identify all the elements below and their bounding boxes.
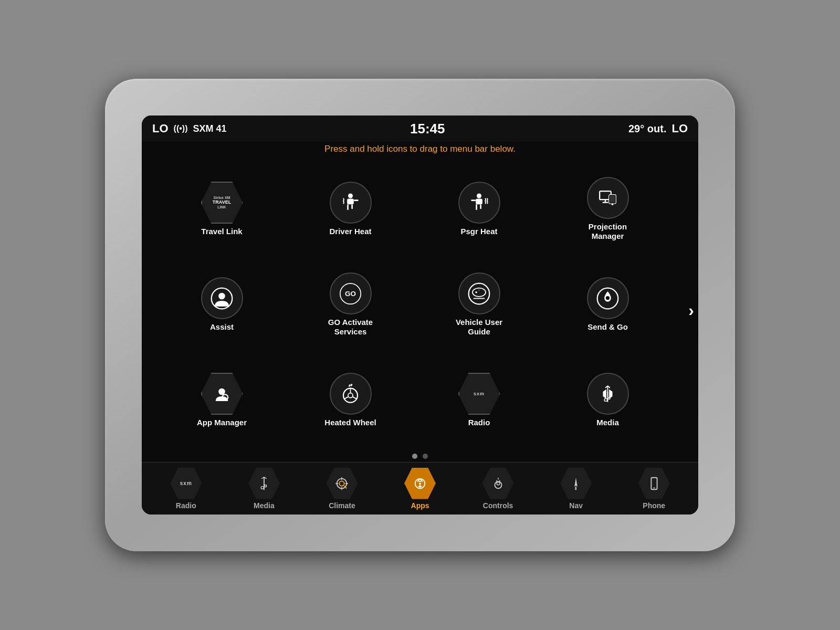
- psgr-heat-icon: [467, 191, 491, 215]
- pagination: [152, 450, 688, 462]
- svg-rect-42: [265, 485, 267, 487]
- assist-icon: [210, 287, 234, 310]
- main-content: › Sirius XM TRAVEL LINK Travel Link: [142, 159, 698, 462]
- time-display: 15:45: [410, 121, 445, 137]
- radio-icon: sxm: [474, 391, 485, 396]
- nav-nav[interactable]: S Nav: [537, 468, 615, 510]
- svg-point-32: [348, 393, 353, 397]
- send-go-icon: [596, 287, 620, 310]
- nav-nav-label: Nav: [569, 501, 583, 510]
- heated-wheel-label: Heated Wheel: [324, 418, 376, 427]
- nav-climate-label: Climate: [329, 501, 355, 510]
- svg-text:S: S: [574, 487, 577, 490]
- driver-heat-icon: [339, 191, 362, 215]
- nav-radio-hex: sxm: [170, 468, 202, 499]
- nav-apps-icon: [413, 476, 427, 491]
- nav-phone-hex: [638, 468, 670, 499]
- nav-climate-hex: [326, 468, 358, 499]
- wifi-icon: ((•)): [174, 124, 188, 133]
- app-heated-wheel[interactable]: Heated Wheel: [286, 352, 415, 448]
- next-arrow[interactable]: ›: [684, 296, 698, 326]
- app-manager-icon: ↑: [210, 382, 234, 406]
- nav-phone[interactable]: Phone: [615, 468, 693, 510]
- psgr-heat-icon-wrap: [458, 182, 500, 224]
- svg-rect-15: [610, 196, 615, 203]
- heated-wheel-icon: [339, 382, 362, 406]
- status-bar: LO ((•)) SXM 41 15:45 29° out. LO: [142, 116, 698, 142]
- vehicle-guide-icon: !: [467, 282, 491, 306]
- app-travel-link[interactable]: Sirius XM TRAVEL LINK Travel Link: [158, 161, 286, 257]
- nav-radio[interactable]: sxm Radio: [147, 468, 225, 510]
- temperature: 29° out.: [628, 123, 666, 135]
- svg-point-44: [340, 481, 344, 486]
- svg-point-51: [419, 482, 421, 485]
- svg-rect-6: [476, 198, 482, 204]
- svg-text:GO: GO: [345, 290, 356, 298]
- travel-link-label: Travel Link: [201, 227, 242, 236]
- hint-bar: Press and hold icons to drag to menu bar…: [142, 142, 698, 159]
- nav-nav-icon: S: [569, 476, 583, 491]
- outer-bezel: LO ((•)) SXM 41 15:45 29° out. LO Press …: [105, 79, 735, 551]
- nav-phone-label: Phone: [643, 501, 665, 510]
- app-go-activate[interactable]: GO GO ActivateServices: [286, 257, 415, 352]
- svg-rect-39: [608, 397, 610, 399]
- app-manager[interactable]: ↑ App Manager: [158, 352, 286, 448]
- app-media[interactable]: Media: [543, 352, 672, 448]
- app-manager-label: App Manager: [197, 418, 247, 427]
- media-icon-wrap: [587, 373, 629, 415]
- app-manager-icon-wrap: ↑: [201, 373, 243, 415]
- travel-link-icon-wrap: Sirius XM TRAVEL LINK: [201, 182, 243, 224]
- app-psgr-heat[interactable]: Psgr Heat: [415, 161, 543, 257]
- vehicle-guide-label: Vehicle UserGuide: [456, 318, 502, 337]
- svg-rect-4: [351, 204, 353, 209]
- nav-radio-icon: sxm: [180, 480, 192, 486]
- nav-apps[interactable]: Apps: [381, 468, 459, 510]
- app-assist[interactable]: Assist: [158, 257, 286, 352]
- projection-icon: [596, 186, 620, 210]
- media-icon: [596, 382, 620, 406]
- heated-wheel-icon-wrap: [330, 373, 372, 415]
- svg-point-55: [497, 482, 500, 485]
- travel-link-icon: Sirius XM TRAVEL LINK: [213, 196, 231, 209]
- app-radio[interactable]: sxm Radio: [415, 352, 543, 448]
- assist-label: Assist: [210, 322, 234, 332]
- projection-icon-wrap: [587, 177, 629, 219]
- nav-media-label: Media: [254, 501, 275, 510]
- pagination-dot-1: [412, 454, 417, 459]
- nav-controls-icon: [491, 476, 506, 491]
- status-left: LO ((•)) SXM 41: [152, 122, 227, 135]
- svg-point-5: [477, 193, 481, 198]
- app-driver-heat[interactable]: Driver Heat: [286, 161, 415, 257]
- radio-label: SXM 41: [193, 123, 226, 134]
- app-send-go[interactable]: Send & Go: [543, 257, 672, 352]
- svg-point-28: [218, 388, 225, 395]
- nav-apps-label: Apps: [411, 501, 429, 510]
- nav-radio-label: Radio: [176, 501, 196, 510]
- svg-point-0: [348, 193, 353, 198]
- svg-rect-1: [347, 198, 354, 204]
- svg-point-18: [218, 292, 225, 299]
- svg-rect-38: [604, 398, 607, 401]
- nav-climate[interactable]: Climate: [303, 468, 381, 510]
- radio-label: Radio: [468, 418, 490, 427]
- nav-controls-hex: [482, 468, 514, 499]
- status-right: 29° out. LO: [628, 122, 688, 135]
- go-icon: GO: [339, 282, 362, 306]
- svg-rect-3: [347, 204, 349, 210]
- nav-nav-hex: S: [560, 468, 592, 499]
- nav-controls[interactable]: Controls: [459, 468, 537, 510]
- app-vehicle-guide[interactable]: ! Vehicle UserGuide: [415, 257, 543, 352]
- media-label: Media: [596, 418, 619, 427]
- app-projection-manager[interactable]: ProjectionManager: [543, 161, 672, 257]
- nav-media[interactable]: Media: [225, 468, 303, 510]
- svg-rect-7: [471, 200, 476, 201]
- driver-heat-icon-wrap: [330, 182, 372, 224]
- svg-text:↑: ↑: [224, 395, 226, 400]
- svg-rect-9: [480, 204, 481, 209]
- bottom-nav: sxm Radio Media: [142, 462, 698, 514]
- svg-text:!: !: [479, 289, 480, 292]
- nav-climate-icon: [334, 476, 349, 491]
- driver-heat-label: Driver Heat: [329, 227, 371, 236]
- nav-apps-hex: [404, 468, 436, 499]
- go-activate-label: GO ActivateServices: [328, 318, 373, 337]
